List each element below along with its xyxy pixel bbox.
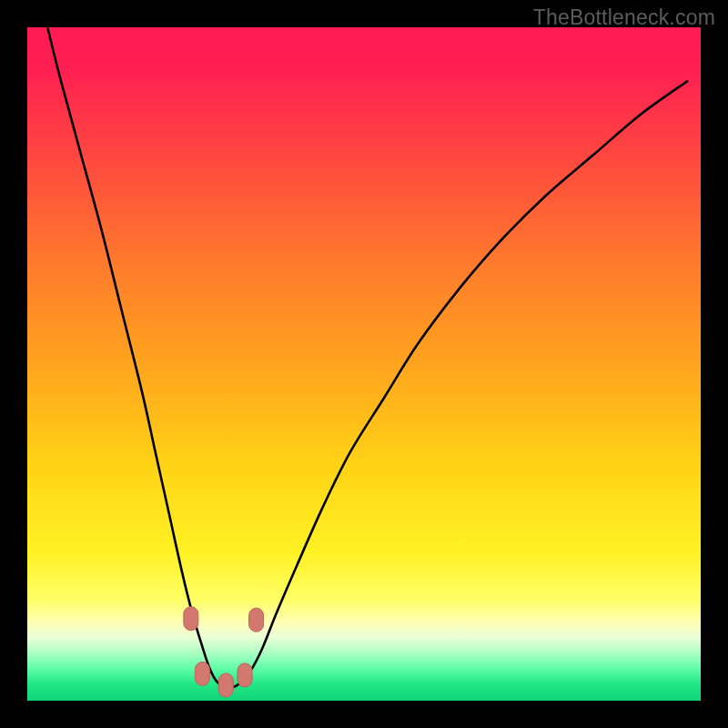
- outer-frame: TheBottleneck.com: [0, 0, 728, 728]
- watermark-text: TheBottleneck.com: [533, 5, 715, 30]
- curve-marker: [195, 662, 209, 685]
- curve-markers: [184, 607, 264, 697]
- plot-area: [27, 27, 701, 701]
- curve-layer: [27, 27, 701, 701]
- bottleneck-curve: [47, 27, 687, 687]
- curve-marker: [184, 607, 198, 631]
- curve-marker: [249, 608, 264, 632]
- curve-marker: [218, 673, 233, 697]
- curve-marker: [238, 663, 252, 687]
